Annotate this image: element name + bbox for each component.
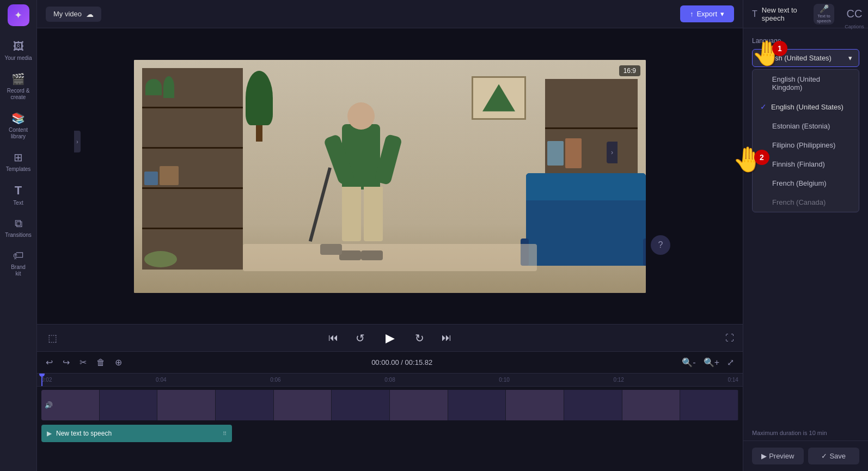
rewind-button[interactable]: ↺: [353, 329, 367, 347]
timeline-time: 00:00.00 / 00:15.82: [130, 358, 674, 366]
cut-button[interactable]: ✂: [77, 355, 89, 370]
language-dropdown[interactable]: English (United States) ▾: [752, 49, 859, 67]
panel-chevron-button[interactable]: ›: [607, 142, 618, 163]
tts-track-play-icon: ▶: [47, 430, 52, 437]
dropdown-item-label: Estonian (Estonia): [772, 122, 830, 130]
templates-icon: ⊞: [14, 151, 23, 164]
ruler-mark: 0:04: [156, 377, 166, 383]
tts-track-handle-right[interactable]: ⠿: [223, 431, 227, 437]
sidebar-item-your-media[interactable]: 🖼 Your media: [0, 36, 36, 66]
video-area: 16:9 ?: [37, 28, 743, 324]
captions-button[interactable]: CC: [844, 3, 865, 24]
export-icon: ↑: [690, 10, 694, 18]
dropdown-item-label: English (United States): [771, 103, 843, 111]
right-panel-header: T New text to speech CC Captions 🎤 Text …: [743, 0, 868, 28]
text-icon: T: [15, 183, 22, 198]
preview-label: Preview: [769, 452, 794, 460]
sidebar-item-content-library[interactable]: 📚 Contentlibrary: [0, 107, 36, 144]
main-area: My video ☁ ↑ Export ▾: [37, 0, 743, 471]
sidebar-item-brand-kit[interactable]: 🏷 Brandkit: [0, 245, 36, 282]
timeline-toolbar: ↩ ↪ ✂ 🗑 ⊕ 00:00.00 / 00:15.82 🔍- 🔍+ ⤢: [37, 352, 743, 374]
dropdown-item-finnish[interactable]: Finnish (Finland): [753, 155, 859, 174]
transitions-icon: ⧉: [15, 217, 22, 230]
dropdown-item-label: English (United Kingdom): [772, 75, 851, 91]
right-panel: T New text to speech CC Captions 🎤 Text …: [743, 0, 868, 471]
sidebar-item-label: Contentlibrary: [9, 127, 28, 140]
fullscreen-button[interactable]: ⛶: [725, 333, 734, 343]
delete-button[interactable]: 🗑: [94, 356, 107, 370]
timeline-area: ↩ ↪ ✂ 🗑 ⊕ 00:00.00 / 00:15.82 🔍- 🔍+ ⤢ 0:…: [37, 351, 743, 471]
export-arrow-icon: ▾: [720, 10, 724, 18]
video-track[interactable]: 🔊: [41, 390, 738, 420]
dropdown-item-label: French (Belgium): [772, 179, 827, 187]
expand-button[interactable]: ⤢: [725, 355, 736, 370]
redo-button[interactable]: ↪: [60, 355, 72, 370]
timeline-ruler: 0:02 0:04 0:06 0:08 0:10 0:12 0:14: [37, 374, 743, 387]
tts-panel-icon: T: [752, 9, 757, 19]
zoom-out-button[interactable]: 🔍-: [680, 355, 698, 370]
dropdown-item-estonian[interactable]: Estonian (Estonia): [753, 117, 859, 136]
tts-button-label: Text tospeech: [817, 14, 831, 24]
dropdown-item-label: French (Canada): [772, 198, 826, 206]
preview-icon: ▶: [761, 452, 767, 460]
sidebar-item-templates[interactable]: ⊞ Templates: [0, 146, 36, 177]
dropdown-item-english-us[interactable]: ✓ English (United States): [753, 97, 859, 117]
dropdown-item-label: Filipino (Philippines): [772, 141, 835, 149]
export-button[interactable]: ↑ Export ▾: [680, 5, 734, 22]
dropdown-arrow-icon: ▾: [848, 54, 852, 62]
audio-icon: 🔊: [45, 401, 53, 409]
sidebar-collapse-button[interactable]: ›: [74, 131, 81, 152]
skip-forward-button[interactable]: ⏭: [439, 330, 454, 346]
save-button[interactable]: ✓ Save: [808, 448, 860, 464]
panel-bottom-actions: ▶ Preview ✓ Save: [743, 441, 868, 471]
ruler-mark: 0:10: [499, 377, 509, 383]
ruler-mark: 0:06: [270, 377, 280, 383]
timeline-tracks: 🔊: [37, 387, 743, 448]
media-icon: 🖼: [13, 40, 24, 53]
playhead[interactable]: [41, 374, 42, 386]
language-label: Language: [752, 37, 859, 45]
sidebar-item-label: Transitions: [5, 232, 32, 238]
project-title[interactable]: My video ☁: [46, 7, 101, 22]
dropdown-item-french-belgium[interactable]: French (Belgium): [753, 174, 859, 193]
preview-button[interactable]: ▶ Preview: [752, 448, 804, 464]
sidebar-item-label: Templates: [6, 166, 31, 173]
language-dropdown-list: English (United Kingdom) ✓ English (Unit…: [752, 69, 859, 212]
forward-button[interactable]: ↻: [413, 329, 426, 347]
help-button[interactable]: ?: [651, 235, 670, 255]
play-button[interactable]: ▶: [380, 328, 400, 348]
save-label: Save: [829, 452, 846, 460]
dropdown-item-english-uk[interactable]: English (United Kingdom): [753, 70, 859, 97]
video-track-frames: [41, 390, 738, 420]
timeline-zoom-controls: 🔍- 🔍+ ⤢: [680, 355, 736, 370]
tts-track-label: New text to speech: [56, 430, 112, 437]
timeline-content: 0:02 0:04 0:06 0:08 0:10 0:12 0:14 🔊: [37, 374, 743, 471]
ruler-marks: 0:02 0:04 0:06 0:08 0:10 0:12 0:14: [41, 377, 738, 383]
record-icon: 🎬: [11, 72, 25, 85]
undo-button[interactable]: ↩: [44, 355, 55, 370]
sidebar-item-label: Brandkit: [11, 264, 26, 277]
sidebar-item-label: Your media: [4, 55, 32, 62]
save-checkmark-icon: ✓: [821, 452, 827, 460]
video-controls-bar: ⬚ ⏮ ↺ ▶ ↻ ⏭ ⛶: [37, 324, 743, 351]
dropdown-item-filipino[interactable]: Filipino (Philippines): [753, 136, 859, 155]
brand-icon: 🏷: [13, 249, 24, 262]
app-logo: ✦: [8, 4, 29, 26]
sidebar-item-record-create[interactable]: 🎬 Record &create: [0, 68, 36, 105]
ruler-mark: 0:02: [41, 377, 52, 383]
dropdown-item-label: Finnish (Finland): [772, 160, 825, 168]
header: My video ☁ ↑ Export ▾: [37, 0, 743, 28]
sidebar-item-text[interactable]: T Text: [0, 179, 36, 211]
language-section: Language English (United States) ▾ Engli…: [743, 28, 868, 221]
sidebar-item-label: Text: [13, 200, 23, 206]
title-text: My video: [53, 10, 82, 18]
mask-button[interactable]: ⬚: [46, 330, 59, 346]
checkmark-icon: ✓: [760, 102, 767, 111]
tts-track[interactable]: ▶ New text to speech ⠿: [41, 425, 232, 442]
skip-back-button[interactable]: ⏮: [326, 330, 340, 346]
text-to-speech-toggle-button[interactable]: 🎤 Text tospeech: [814, 4, 834, 25]
add-button[interactable]: ⊕: [113, 355, 124, 370]
sidebar-item-transitions[interactable]: ⧉ Transitions: [0, 213, 36, 243]
zoom-in-button[interactable]: 🔍+: [701, 355, 722, 370]
dropdown-item-french-canada[interactable]: French (Canada): [753, 193, 859, 212]
